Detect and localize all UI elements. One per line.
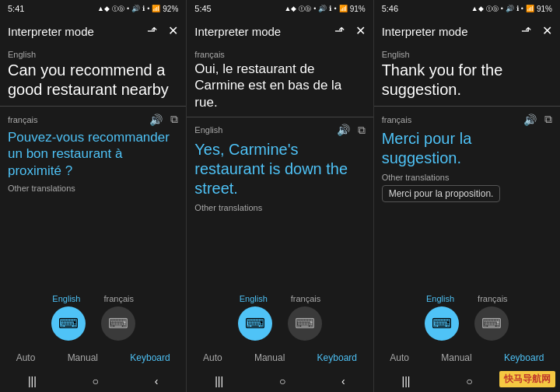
status-time: 5:41	[8, 4, 24, 13]
translated-lang-label: français	[8, 115, 38, 124]
nav-item-manual[interactable]: Manual	[441, 352, 471, 363]
bottom-nav: Auto Manual Keyboard	[0, 344, 186, 370]
nav-back-btn[interactable]: ‹	[341, 375, 345, 387]
other-translations: Other translations	[187, 201, 373, 219]
status-icons: ▲◆ ⓣⓑ • 🔊 ℹ • 📶 92%	[97, 5, 178, 13]
other-translations-label: Other translations	[382, 173, 552, 182]
kb-buttons: ⌨ ⌨	[425, 306, 509, 341]
kb-labels: English français	[52, 294, 134, 303]
close-icon[interactable]: ✕	[355, 25, 366, 37]
nav-item-auto[interactable]: Auto	[390, 352, 409, 363]
battery-text: 91%	[350, 5, 366, 13]
translated-text: Pouvez-vous recommander un bon restauran…	[8, 129, 178, 179]
main-panels: 5:41 ▲◆ ⓣⓑ • 🔊 ℹ • 📶 92% Interpreter mod…	[0, 0, 560, 392]
nav-home-btn[interactable]: ○	[466, 375, 472, 387]
keyboard-section: English français ⌨ ⌨	[187, 289, 373, 344]
title-icons: ⬏ ✕	[521, 25, 552, 37]
tl-icons: 🔊 ⧉	[523, 113, 552, 126]
other-chip[interactable]: Merci pour la proposition.	[382, 185, 501, 202]
source-text: Can you recommend a good restaurant near…	[8, 61, 178, 100]
speaker-icon[interactable]: 🔊	[337, 124, 350, 136]
content-area: English Can you recommend a good restaur…	[0, 45, 186, 289]
dot-icon: •	[501, 5, 503, 12]
kb-btn-french[interactable]: ⌨	[288, 306, 322, 341]
nav-lines-btn[interactable]: |||	[28, 375, 37, 387]
source-lang-label: English	[382, 50, 552, 59]
nav-item-auto[interactable]: Auto	[203, 352, 222, 363]
volume-icon: 🔊	[318, 5, 327, 12]
kb-label-2: français	[478, 294, 508, 303]
panel-2: 5:45 ▲◆ ⓣⓑ • 🔊 ℹ • 📶 91% Interpreter mod…	[187, 0, 373, 392]
wifi-icon: 📶	[152, 5, 160, 12]
nav-item-auto[interactable]: Auto	[16, 352, 36, 363]
translated-lang-label: français	[382, 115, 412, 124]
divider	[0, 106, 186, 107]
speaker-icon[interactable]: 🔊	[523, 114, 537, 126]
title-icons: ⬏ ✕	[147, 25, 178, 37]
source-lang-label: English	[8, 50, 178, 59]
dot2-icon: •	[521, 5, 523, 12]
close-icon[interactable]: ✕	[168, 25, 178, 37]
kb-label-1: English	[52, 294, 80, 303]
title-bar: Interpreter mode ⬏ ✕	[374, 17, 560, 45]
tl-icons: 🔊 ⧉	[337, 124, 366, 137]
nav-home-btn[interactable]: ○	[279, 375, 285, 387]
other-translations-label: Other translations	[194, 203, 365, 212]
panel-3: 5:46 ▲◆ ⓣⓑ • 🔊 ℹ • 📶 91% Interpreter mod…	[374, 0, 560, 392]
kb-labels: English français	[240, 294, 321, 303]
dot2-icon: •	[334, 5, 336, 12]
translated-section: français 🔊 ⧉ Merci pour la suggestion.	[374, 110, 560, 171]
nav-back-btn[interactable]: ‹	[155, 375, 159, 387]
nav-item-keyboard[interactable]: Keyboard	[130, 352, 170, 363]
source-section: English Thank you for the suggestion.	[374, 45, 560, 103]
copy-icon[interactable]: ⧉	[358, 124, 366, 137]
status-bar: 5:41 ▲◆ ⓣⓑ • 🔊 ℹ • 📶 92%	[0, 0, 186, 17]
system-nav: ||| ○ ‹	[187, 370, 373, 392]
kb-label-1: English	[240, 294, 268, 303]
other-translations: Other translations Merci pour la proposi…	[374, 171, 560, 205]
kb-btn-french[interactable]: ⌨	[474, 306, 509, 341]
title-bar: Interpreter mode ⬏ ✕	[0, 17, 186, 45]
speaker-icon[interactable]: 🔊	[149, 114, 163, 126]
export-icon[interactable]: ⬏	[334, 25, 345, 37]
nav-item-keyboard[interactable]: Keyboard	[317, 352, 357, 363]
export-icon[interactable]: ⬏	[521, 25, 531, 37]
close-icon[interactable]: ✕	[542, 25, 552, 37]
copy-icon[interactable]: ⧉	[544, 113, 552, 126]
status-bar: 5:46 ▲◆ ⓣⓑ • 🔊 ℹ • 📶 91%	[374, 0, 560, 17]
kb-btn-english[interactable]: ⌨	[238, 306, 272, 341]
nav-back-btn[interactable]: ‹	[528, 375, 532, 387]
signal-icon: ▲◆	[97, 5, 110, 12]
signal-icon: ▲◆	[284, 5, 296, 12]
nav-lines-btn[interactable]: |||	[402, 375, 411, 387]
kb-btn-french[interactable]: ⌨	[101, 306, 135, 341]
kb-label-2: français	[103, 294, 134, 303]
system-nav: ||| ○ ‹	[374, 370, 560, 392]
kb-btn-english[interactable]: ⌨	[425, 306, 459, 341]
copy-icon[interactable]: ⧉	[170, 113, 178, 126]
content-area: français Oui, le restaurant de Carmine e…	[187, 45, 373, 289]
kb-btn-english[interactable]: ⌨	[51, 306, 86, 341]
export-icon[interactable]: ⬏	[147, 25, 157, 37]
nav-item-keyboard[interactable]: Keyboard	[504, 352, 544, 363]
kb-label-1: English	[426, 294, 454, 303]
kb-buttons: ⌨ ⌨	[51, 306, 135, 341]
dot-icon: •	[127, 5, 129, 12]
nav-lines-btn[interactable]: |||	[215, 375, 223, 387]
translated-section: français 🔊 ⧉ Pouvez-vous recommander un …	[0, 110, 186, 182]
nav-item-manual[interactable]: Manual	[254, 352, 285, 363]
keyboard-section: English français ⌨ ⌨	[0, 289, 186, 344]
nav-home-btn[interactable]: ○	[93, 375, 99, 387]
title-bar: Interpreter mode ⬏ ✕	[187, 17, 373, 45]
title-text: Interpreter mode	[382, 25, 468, 38]
nav-item-manual[interactable]: Manual	[68, 352, 98, 363]
divider	[374, 106, 560, 107]
info-icon: ℹ	[142, 5, 145, 12]
translated-section: English 🔊 ⧉ Yes, Carmine's restaurant is…	[187, 121, 373, 201]
battery-text: 92%	[163, 5, 178, 13]
kb-label-2: français	[291, 294, 321, 303]
divider	[187, 117, 373, 117]
dot-icon: •	[313, 5, 316, 12]
wifi-icon: 📶	[526, 5, 534, 12]
source-section: français Oui, le restaurant de Carmine e…	[187, 45, 373, 114]
